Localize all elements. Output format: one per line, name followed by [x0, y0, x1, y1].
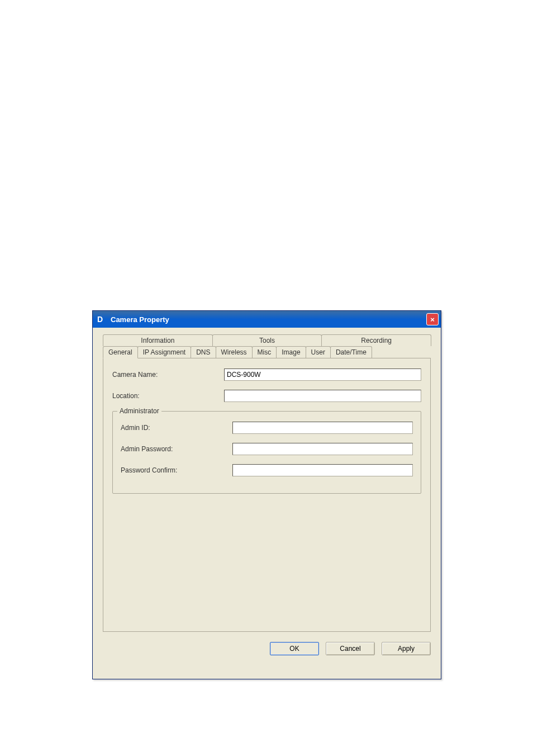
tab-row-lower: General IP Assignment DNS Wireless Misc … — [103, 346, 431, 358]
password-confirm-label: Password Confirm: — [121, 466, 232, 474]
password-confirm-input[interactable] — [232, 464, 413, 476]
row-location: Location: — [112, 390, 421, 402]
close-icon: × — [430, 315, 435, 324]
tab-recording[interactable]: Recording — [321, 334, 431, 346]
location-label: Location: — [112, 392, 224, 400]
administrator-group: Administrator Admin ID: Admin Password: … — [112, 411, 421, 494]
close-button[interactable]: × — [426, 313, 439, 325]
row-camera-name: Camera Name: — [112, 368, 421, 381]
tab-ip-assignment[interactable]: IP Assignment — [137, 346, 192, 358]
admin-password-label: Admin Password: — [121, 445, 232, 453]
row-admin-password: Admin Password: — [121, 443, 413, 455]
administrator-group-title: Administrator — [117, 407, 161, 415]
ok-button[interactable]: OK — [270, 642, 319, 655]
dialog-body: Information Tools Recording General IP A… — [93, 328, 441, 636]
tab-tools[interactable]: Tools — [212, 334, 322, 346]
row-admin-id: Admin ID: — [121, 422, 413, 434]
titlebar: D Camera Property × — [93, 311, 441, 328]
tabs-container: Information Tools Recording General IP A… — [103, 334, 431, 632]
cancel-button[interactable]: Cancel — [326, 642, 375, 655]
camera-name-input[interactable] — [224, 368, 421, 381]
admin-password-input[interactable] — [232, 443, 413, 455]
tab-information[interactable]: Information — [103, 334, 213, 346]
admin-id-input[interactable] — [232, 422, 413, 434]
tab-row-upper: Information Tools Recording — [103, 334, 431, 346]
camera-property-dialog: D Camera Property × Information Tools Re… — [92, 310, 441, 679]
tab-user[interactable]: User — [306, 346, 331, 358]
app-icon: D — [97, 314, 107, 324]
tab-date-time[interactable]: Date/Time — [330, 346, 372, 358]
camera-name-label: Camera Name: — [112, 371, 224, 379]
tab-general[interactable]: General — [103, 346, 138, 358]
admin-id-label: Admin ID: — [121, 424, 232, 432]
row-password-confirm: Password Confirm: — [121, 464, 413, 476]
tab-dns[interactable]: DNS — [191, 346, 216, 358]
apply-button[interactable]: Apply — [382, 642, 431, 655]
tab-image[interactable]: Image — [276, 346, 306, 358]
tab-misc[interactable]: Misc — [252, 346, 277, 358]
dialog-button-row: OK Cancel Apply — [93, 636, 441, 663]
tab-wireless[interactable]: Wireless — [216, 346, 253, 358]
window-title: Camera Property — [111, 315, 426, 324]
location-input[interactable] — [224, 390, 421, 402]
tab-panel-general: Camera Name: Location: Administrator Adm… — [103, 358, 431, 632]
